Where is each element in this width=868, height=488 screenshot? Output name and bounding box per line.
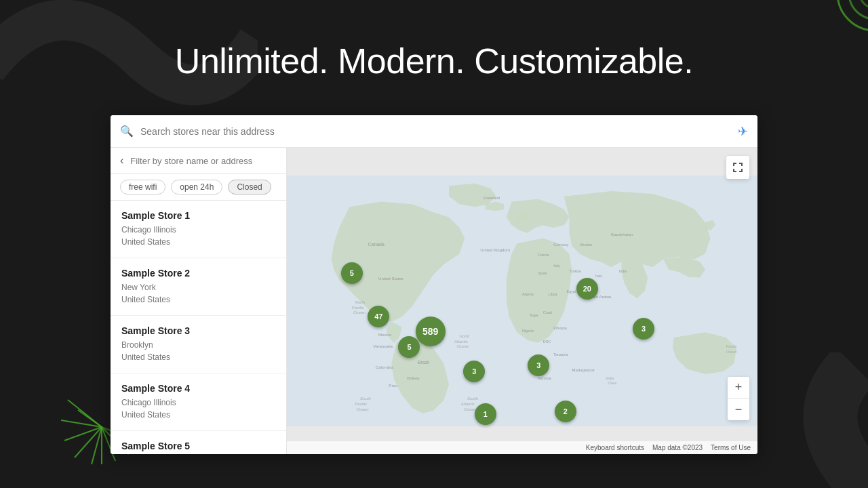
store-name-2: Sample Store 2: [121, 268, 275, 279]
svg-text:Türkiye: Türkiye: [569, 269, 581, 273]
svg-text:Libya: Libya: [549, 292, 557, 296]
fullscreen-button[interactable]: [726, 156, 749, 179]
svg-text:Pacific: Pacific: [726, 344, 737, 348]
map-marker-589[interactable]: 589: [416, 317, 446, 346]
svg-text:Colombia: Colombia: [376, 365, 394, 369]
store-item-2[interactable]: Sample Store 2 New York United States: [111, 258, 286, 316]
sidebar: ‹ free wifi open 24h Closed Sample Store…: [111, 148, 287, 454]
store-address-2: New York United States: [121, 281, 275, 306]
map-marker-2[interactable]: 2: [555, 401, 576, 422]
svg-text:Kazakhstan: Kazakhstan: [611, 232, 633, 237]
sidebar-filter-bar: ‹: [111, 148, 286, 174]
svg-point-0: [837, 0, 868, 30]
svg-text:Namibia: Namibia: [538, 376, 551, 380]
zoom-in-button[interactable]: +: [728, 377, 749, 399]
store-name-1: Sample Store 1: [121, 210, 275, 221]
map-marker-5-nw[interactable]: 5: [341, 262, 363, 284]
svg-text:Italy: Italy: [553, 264, 560, 268]
svg-text:Brazil: Brazil: [418, 360, 430, 365]
svg-line-6: [75, 427, 102, 458]
svg-text:Ocean: Ocean: [357, 407, 370, 411]
svg-line-3: [68, 400, 102, 427]
svg-text:South: South: [360, 396, 372, 401]
location-arrow-icon[interactable]: ✈: [738, 124, 748, 139]
map-marker-3-asia[interactable]: 3: [633, 318, 654, 340]
fullscreen-icon: [732, 162, 743, 173]
store-list: Sample Store 1 Chicago Illinois United S…: [111, 201, 286, 454]
svg-text:United States: United States: [378, 276, 403, 281]
svg-text:Ethiopia: Ethiopia: [553, 326, 566, 330]
svg-text:DRC: DRC: [543, 340, 551, 344]
svg-point-2: [860, 0, 868, 8]
svg-text:Mexico: Mexico: [378, 332, 392, 337]
map-background: Canada United States Greenland United Ki…: [287, 148, 757, 454]
svg-text:Algeria: Algeria: [522, 292, 534, 296]
map-marker-1[interactable]: 1: [475, 403, 496, 425]
store-address-1: Chicago Illinois United States: [121, 224, 275, 248]
svg-text:Ocea: Ocea: [608, 381, 616, 385]
svg-text:Pacific: Pacific: [352, 305, 365, 310]
svg-line-4: [61, 420, 102, 427]
search-input[interactable]: [140, 126, 738, 137]
svg-text:United Kingdom: United Kingdom: [480, 247, 510, 252]
svg-text:Nigeria: Nigeria: [522, 329, 534, 333]
filter-tag-closed[interactable]: Closed: [228, 180, 271, 195]
svg-text:Tanzania: Tanzania: [553, 352, 568, 357]
svg-text:Spain: Spain: [538, 271, 547, 275]
main-heading: Unlimited. Modern. Customizable.: [0, 41, 868, 81]
svg-text:Germany: Germany: [553, 243, 568, 247]
store-address-4: Chicago Illinois United States: [121, 396, 275, 421]
map-marker-47[interactable]: 47: [368, 306, 389, 327]
store-item-3[interactable]: Sample Store 3 Brooklyn United States: [111, 316, 286, 373]
filter-tag-open-24h[interactable]: open 24h: [171, 180, 222, 195]
svg-line-8: [78, 410, 102, 427]
svg-text:Niger: Niger: [530, 313, 539, 317]
svg-text:Ocean: Ocean: [457, 344, 470, 348]
terms-of-use-link[interactable]: Terms of Use: [711, 444, 751, 451]
svg-text:Chad: Chad: [543, 310, 552, 314]
store-name-5: Sample Store 5: [121, 441, 275, 451]
svg-text:India: India: [619, 269, 627, 273]
svg-text:Pacific: Pacific: [355, 401, 368, 406]
svg-text:Ocean: Ocean: [726, 350, 737, 354]
svg-text:Madagascar: Madagascar: [572, 367, 595, 372]
svg-text:Atlantic: Atlantic: [460, 401, 475, 406]
map-marker-5-ca[interactable]: 5: [398, 336, 420, 358]
store-locator-widget: 🔍 ✈ ‹ free wifi open 24h Closed Sample S…: [111, 115, 757, 454]
zoom-out-button[interactable]: −: [728, 399, 749, 420]
map-area[interactable]: Canada United States Greenland United Ki…: [287, 148, 757, 454]
store-item-4[interactable]: Sample Store 4 Chicago Illinois United S…: [111, 373, 286, 431]
svg-text:North: North: [459, 333, 470, 338]
svg-text:India: India: [606, 376, 614, 380]
store-name-3: Sample Store 3: [121, 325, 275, 336]
filter-tags: free wifi open 24h Closed: [111, 174, 286, 201]
svg-text:Egypt: Egypt: [567, 289, 576, 293]
back-button[interactable]: ‹: [117, 153, 126, 168]
filter-input[interactable]: [130, 156, 279, 166]
store-address-3: Brooklyn United States: [121, 339, 275, 363]
svg-text:North: North: [355, 300, 366, 304]
map-zoom-controls: + −: [728, 377, 749, 420]
search-bar: 🔍 ✈: [111, 115, 757, 148]
main-area: ‹ free wifi open 24h Closed Sample Store…: [111, 148, 757, 454]
keyboard-shortcuts-link[interactable]: Keyboard shortcuts: [586, 444, 644, 451]
svg-point-1: [849, 0, 868, 19]
svg-line-5: [64, 427, 102, 441]
map-data-label: Map data ©2023: [652, 444, 703, 451]
svg-text:South: South: [467, 396, 479, 401]
map-marker-3-wa[interactable]: 3: [528, 354, 549, 376]
svg-text:Atlantic: Atlantic: [454, 339, 469, 344]
svg-text:Iraq: Iraq: [595, 274, 601, 278]
svg-text:Greenland: Greenland: [483, 196, 500, 200]
store-item-5[interactable]: Sample Store 5: [111, 431, 286, 454]
svg-text:Bolivia: Bolivia: [407, 375, 420, 380]
svg-text:Peru: Peru: [389, 383, 398, 388]
map-marker-20[interactable]: 20: [576, 278, 598, 300]
svg-text:Ukraine: Ukraine: [580, 243, 593, 247]
svg-line-7: [92, 427, 102, 464]
svg-text:Canada: Canada: [368, 242, 384, 247]
map-footer: Keyboard shortcuts Map data ©2023 Terms …: [287, 441, 757, 454]
filter-tag-free-wifi[interactable]: free wifi: [120, 180, 165, 195]
map-marker-3-sa[interactable]: 3: [463, 361, 485, 382]
store-item-1[interactable]: Sample Store 1 Chicago Illinois United S…: [111, 201, 286, 258]
